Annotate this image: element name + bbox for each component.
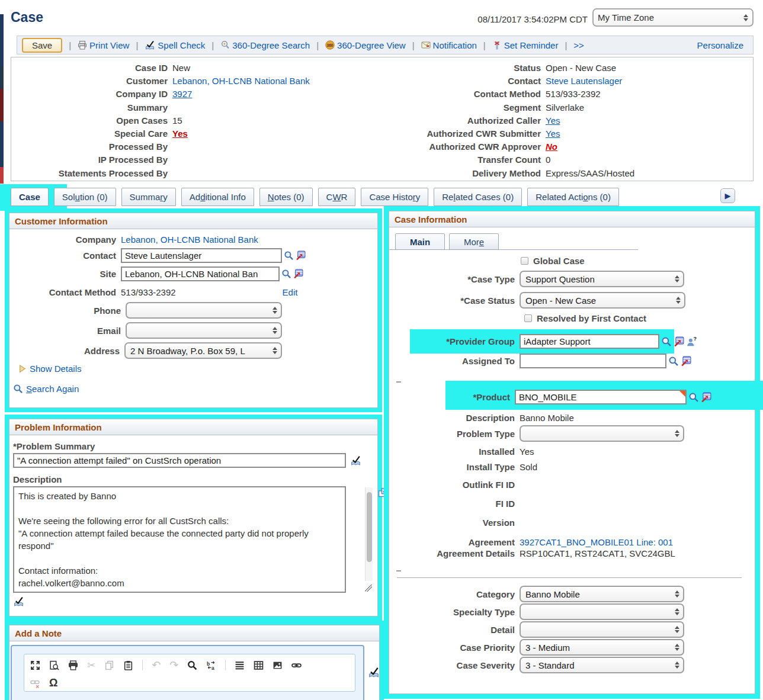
spell-check-icon[interactable] xyxy=(368,666,380,678)
search-icon[interactable] xyxy=(13,384,23,394)
provider-lookup-icon[interactable] xyxy=(661,336,672,347)
contact-link[interactable]: Steve Lautenslager xyxy=(546,75,622,88)
case-severity-select[interactable]: 3 - Standard xyxy=(520,657,684,673)
tab-notes[interactable]: Notes (0) xyxy=(259,188,313,206)
product-lookup-icon[interactable] xyxy=(688,392,699,403)
tab-solution[interactable]: Solution (0) xyxy=(54,188,116,206)
case-priority-select[interactable]: 3 - Medium xyxy=(520,639,684,656)
redo-icon[interactable]: ↷ xyxy=(169,659,178,672)
summary-row: Transfer Count0 xyxy=(382,153,753,166)
timezone-select[interactable]: My Time Zone xyxy=(592,8,754,27)
tab-related-cases[interactable]: Related Cases (0) xyxy=(434,188,522,206)
expand-triangle-icon[interactable] xyxy=(18,364,27,373)
editor-toolbar: ✂ ↶ ↷ xyxy=(24,654,355,692)
maximize-icon[interactable] xyxy=(30,660,40,670)
problem-type-select[interactable] xyxy=(520,425,684,442)
case-priority-row: Case Priority 3 - Medium xyxy=(389,639,751,656)
textarea-scrollbar[interactable] xyxy=(365,487,373,581)
spell-check-icon[interactable] xyxy=(13,596,24,607)
provider-person-icon[interactable] xyxy=(686,336,697,347)
rich-text-editor[interactable]: ✂ ↶ ↷ xyxy=(11,645,364,700)
resolved-first-contact-checkbox[interactable] xyxy=(524,314,532,322)
global-case-checkbox[interactable] xyxy=(521,257,528,265)
authorized-cwr-submitter-link[interactable]: Yes xyxy=(546,127,560,140)
phone-select[interactable] xyxy=(126,302,282,319)
tab-related-actions[interactable]: Related Actions (0) xyxy=(527,188,619,206)
customer-link[interactable]: Lebanon, OH-LCNB National Bank xyxy=(172,75,310,88)
assigned-lookup-icon[interactable] xyxy=(668,356,679,367)
provider-transfer-icon[interactable] xyxy=(674,336,684,347)
view-360-link[interactable]: 360-Degree View xyxy=(325,40,406,50)
case-type-select[interactable]: Support Question xyxy=(520,271,684,287)
case-status-select[interactable]: Open - New Case xyxy=(520,292,685,309)
tab-case[interactable]: Case xyxy=(11,188,49,206)
current-datetime: 08/11/2017 3:54:02PM CDT xyxy=(477,14,588,24)
assigned-transfer-icon[interactable] xyxy=(681,356,691,367)
paste-icon[interactable] xyxy=(123,660,133,670)
product-input[interactable] xyxy=(515,390,687,404)
subtab-more[interactable]: More xyxy=(449,233,499,250)
contact-lookup-icon[interactable] xyxy=(284,251,294,261)
personalize-link[interactable]: Personalize xyxy=(697,40,743,50)
select-spinner-icon xyxy=(743,14,748,21)
assigned-to-input[interactable] xyxy=(520,354,666,368)
show-more-tabs-button[interactable]: ▶ xyxy=(720,188,735,203)
set-reminder-link[interactable]: Set Reminder xyxy=(492,40,559,50)
company-link[interactable]: Lebanon, OH-LCNB National Bank xyxy=(121,235,258,245)
preview-icon[interactable] xyxy=(49,660,59,670)
subtab-main[interactable]: Main xyxy=(395,233,445,250)
find-icon[interactable] xyxy=(187,660,197,670)
site-transfer-icon[interactable] xyxy=(293,269,303,279)
contact-row: Contact xyxy=(11,248,374,263)
copy-icon[interactable] xyxy=(104,660,114,670)
search-again-link[interactable]: Search Again xyxy=(26,384,79,394)
spell-check-link[interactable]: Spell Check xyxy=(145,40,205,50)
special-char-icon[interactable]: Ω xyxy=(49,677,57,689)
spell-check-icon xyxy=(145,40,155,50)
special-care-link[interactable]: Yes xyxy=(172,127,188,140)
edit-link[interactable]: Edit xyxy=(283,287,298,297)
tab-summary[interactable]: Summary xyxy=(121,188,176,206)
email-select[interactable] xyxy=(126,322,282,339)
site-lookup-icon[interactable] xyxy=(281,269,291,279)
category-select[interactable]: Banno Mobile xyxy=(520,586,684,602)
authorized-cwr-approver-link[interactable]: No xyxy=(546,140,557,153)
unlink-icon[interactable] xyxy=(30,678,40,688)
product-transfer-icon[interactable] xyxy=(701,392,711,403)
summary-row: Statements Processed By xyxy=(11,167,382,180)
link-icon[interactable] xyxy=(291,660,302,670)
provider-group-input[interactable] xyxy=(520,334,659,349)
problem-summary-input[interactable] xyxy=(13,453,346,468)
table-icon[interactable] xyxy=(254,660,264,670)
resize-handle[interactable] xyxy=(365,585,372,592)
tab-additional-info[interactable]: Additional Info xyxy=(181,188,254,206)
print-icon[interactable] xyxy=(68,660,78,670)
tab-cwr[interactable]: CWR xyxy=(318,188,356,206)
description-textarea[interactable]: This is created by Banno We're seeing th… xyxy=(13,486,346,593)
outlink-fi-id-row: Outlink FI ID xyxy=(389,479,751,491)
cut-icon[interactable]: ✂ xyxy=(87,659,95,672)
contact-input[interactable] xyxy=(121,248,282,263)
replace-icon[interactable] xyxy=(206,660,216,670)
tab-case-history[interactable]: Case History xyxy=(361,188,428,206)
contact-transfer-icon[interactable] xyxy=(296,251,306,261)
install-type-row: Install Type Sold xyxy=(389,462,751,472)
address-select[interactable]: 2 N Broadway, P.o. Box 59, L xyxy=(124,342,282,359)
company-id-link[interactable]: 3927 xyxy=(172,88,192,101)
agreement-link[interactable]: 3927CAT1_BNO_MOBILE01 Line: 001 xyxy=(520,537,673,547)
undo-icon[interactable]: ↶ xyxy=(152,659,161,672)
spell-check-icon[interactable] xyxy=(350,455,361,466)
image-icon[interactable] xyxy=(272,660,283,670)
specialty-type-select[interactable] xyxy=(520,603,684,620)
search-360-link[interactable]: 360-Degree Search xyxy=(220,40,310,50)
justify-icon[interactable] xyxy=(235,660,245,670)
save-button[interactable]: Save xyxy=(22,38,62,53)
notification-link[interactable]: Notification xyxy=(421,40,477,50)
authorized-caller-link[interactable]: Yes xyxy=(546,114,560,127)
show-details-link[interactable]: Show Details xyxy=(30,364,82,374)
site-input[interactable] xyxy=(121,266,280,281)
toolbar-more-link[interactable]: >> xyxy=(573,40,584,50)
detail-select[interactable] xyxy=(520,621,684,638)
print-view-link[interactable]: Print View xyxy=(78,40,129,50)
scrollbar-thumb[interactable] xyxy=(367,492,372,562)
